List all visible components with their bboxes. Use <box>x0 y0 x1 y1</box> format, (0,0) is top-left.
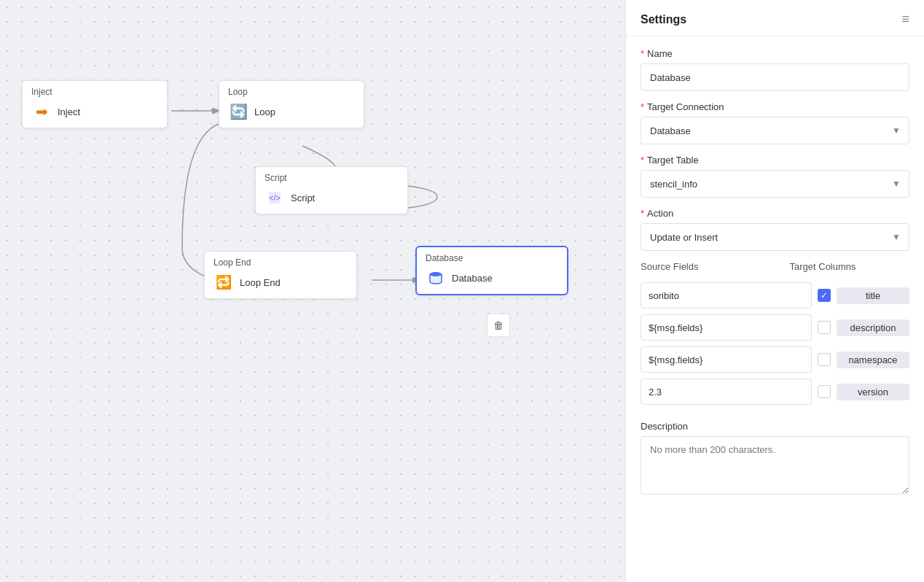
target-table-select[interactable]: stencil_info <box>641 170 909 198</box>
loopend-node-label: Loop End <box>240 277 281 288</box>
checkbox-4[interactable] <box>818 385 831 398</box>
target-connection-field-group: *Target Connection Database ▼ <box>641 101 909 144</box>
description-textarea[interactable] <box>641 436 909 494</box>
inject-icon: ➡ <box>31 101 52 122</box>
description-label: Description <box>641 421 909 432</box>
database-node[interactable]: Database Database <box>415 246 568 295</box>
source-input-3[interactable] <box>641 346 812 373</box>
action-field-group: *Action Update or Insert ▼ <box>641 208 909 251</box>
field-row-3: namespace <box>641 346 909 373</box>
loopend-node-title: Loop End <box>214 257 348 268</box>
settings-menu-icon[interactable]: ≡ <box>901 12 909 27</box>
script-node-label: Script <box>291 193 315 203</box>
delete-icon: 🗑 <box>493 319 504 331</box>
fields-header: Source Fields Target Columns <box>641 261 909 272</box>
script-node-title: Script <box>265 173 399 183</box>
field-rows-container: title description namespace version <box>641 282 909 411</box>
inject-node[interactable]: Inject ➡ Inject <box>22 80 168 128</box>
source-input-2[interactable] <box>641 314 812 341</box>
loop-node-label: Loop <box>254 106 275 117</box>
database-node-title: Database <box>426 253 558 263</box>
target-columns-label: Target Columns <box>761 261 910 272</box>
loop-node[interactable]: Loop 🔄 Loop <box>219 80 364 128</box>
inject-node-title: Inject <box>31 87 158 97</box>
script-icon: </> <box>265 187 285 208</box>
delete-button[interactable]: 🗑 <box>487 314 510 337</box>
script-node[interactable]: Script </> Script <box>255 166 408 214</box>
field-row-2: description <box>641 314 909 341</box>
settings-title: Settings <box>641 13 686 26</box>
loopend-icon: 🔁 <box>214 272 234 292</box>
database-node-label: Database <box>452 273 493 284</box>
loop-node-title: Loop <box>228 87 355 97</box>
settings-panel: Settings ≡ *Name *Target Connection Data… <box>625 0 924 582</box>
field-row-4: version <box>641 379 909 405</box>
field-row-1: title <box>641 282 909 309</box>
target-tag-4: version <box>837 384 909 400</box>
checkbox-3[interactable] <box>818 353 831 366</box>
target-tag-3: namespace <box>837 352 909 368</box>
source-input-4[interactable] <box>641 379 812 405</box>
source-input-1[interactable] <box>641 282 812 309</box>
action-label: *Action <box>641 208 909 219</box>
name-label: *Name <box>641 48 909 59</box>
inject-node-label: Inject <box>58 106 80 117</box>
target-tag-1: title <box>837 287 909 304</box>
name-field-group: *Name <box>641 48 909 91</box>
settings-body: *Name *Target Connection Database ▼ *Tar… <box>626 36 924 506</box>
settings-header: Settings ≡ <box>626 0 924 36</box>
target-tag-2: description <box>837 319 909 336</box>
target-table-label: *Target Table <box>641 155 909 166</box>
checkbox-1[interactable] <box>818 289 831 302</box>
action-select[interactable]: Update or Insert <box>641 223 909 251</box>
target-table-field-group: *Target Table stencil_info ▼ <box>641 155 909 198</box>
description-section: Description <box>641 421 909 494</box>
loopend-node[interactable]: Loop End 🔁 Loop End <box>204 251 357 299</box>
name-input[interactable] <box>641 63 909 91</box>
svg-point-5 <box>430 272 442 276</box>
loop-icon: 🔄 <box>228 101 248 122</box>
checkbox-2[interactable] <box>818 321 831 334</box>
target-table-select-wrapper: stencil_info ▼ <box>641 170 909 198</box>
database-icon <box>426 268 446 288</box>
target-connection-select-wrapper: Database ▼ <box>641 117 909 144</box>
svg-text:</>: </> <box>269 193 281 202</box>
action-select-wrapper: Update or Insert ▼ <box>641 223 909 251</box>
target-connection-select[interactable]: Database <box>641 117 909 144</box>
target-connection-label: *Target Connection <box>641 101 909 112</box>
flow-canvas: Inject ➡ Inject Loop 🔄 Loop Script </> S… <box>0 0 625 582</box>
source-fields-label: Source Fields <box>641 261 761 272</box>
